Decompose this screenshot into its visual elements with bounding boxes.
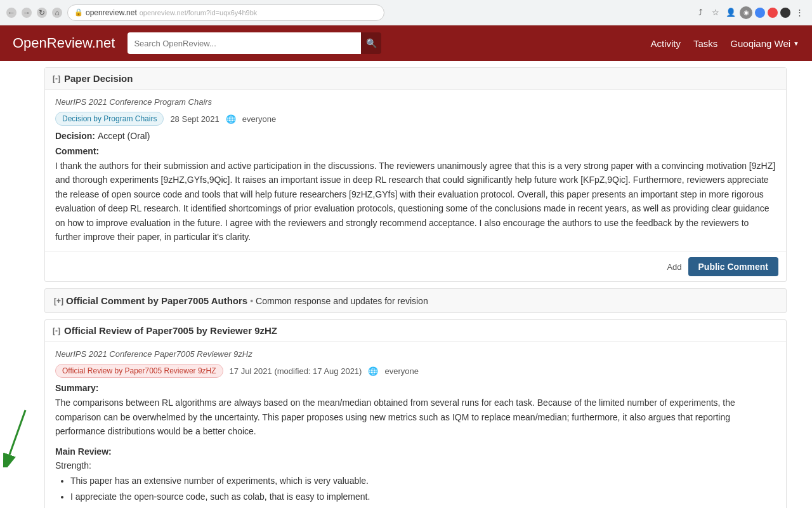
site-logo[interactable]: OpenReview.net <box>13 35 115 51</box>
main-review-label: Main Review: <box>55 446 776 457</box>
summary-label: Summary: <box>55 383 776 393</box>
home-button[interactable]: ⌂ <box>52 8 62 18</box>
decision-field-label: Decision: Accept (Oral) <box>55 131 776 141</box>
main-content-area: [-] Paper Decision NeurIPS 2021 Conferen… <box>38 61 799 508</box>
extension-icon1[interactable]: ◉ <box>740 6 752 19</box>
logo-suffix: .net <box>92 35 115 51</box>
review-badge[interactable]: Official Review by Paper7005 Reviewer 9z… <box>55 364 223 378</box>
official-comment-title: Official Comment by Paper7005 Authors <box>66 295 247 306</box>
paper-decision-header: [-] Paper Decision <box>45 68 786 90</box>
arrow-sidebar: » <box>0 61 38 508</box>
review-toggle[interactable]: [-] <box>53 326 60 335</box>
official-comment-section[interactable]: [+] Official Comment by Paper7005 Author… <box>44 288 787 313</box>
back-button[interactable]: ← <box>6 8 16 18</box>
action-bar: Add Public Comment <box>45 251 786 281</box>
user-dropdown-arrow: ▼ <box>793 40 799 47</box>
globe-icon-review: 🌐 <box>368 366 378 376</box>
url-text: openreview.net <box>86 8 137 17</box>
url-path: openreview.net/forum?id=uqx6y4h9bk <box>140 9 258 17</box>
browser-chrome: ← → ↻ ⌂ 🔒 openreview.net openreview.net/… <box>0 0 812 25</box>
extension-icon2[interactable] <box>755 8 765 18</box>
comment-text: I thank the authors for their submission… <box>55 159 776 244</box>
user-menu[interactable]: Guoqiang Wei ▼ <box>730 38 799 49</box>
official-comment-subtitle: Common response and updates for revision <box>256 296 428 306</box>
nav-links: Activity Tasks Guoqiang Wei ▼ <box>650 38 799 49</box>
summary-text: The comparisons between RL algorithms ar… <box>55 396 776 438</box>
paper-decision-author: NeurIPS 2021 Conference Program Chairs <box>55 97 776 107</box>
strength-item-1: This paper has an extensive number of ex… <box>70 474 776 488</box>
browser-toolbar-icons: ⤴ ☆ 👤 ◉ ⋮ <box>694 6 806 19</box>
tasks-link[interactable]: Tasks <box>693 38 717 49</box>
forward-button[interactable]: → <box>22 8 32 18</box>
globe-icon-decision: 🌐 <box>226 114 236 124</box>
review-header: [-] Official Review of Paper7005 by Revi… <box>45 320 786 342</box>
address-bar[interactable]: 🔒 openreview.net openreview.net/forum?id… <box>67 4 384 21</box>
share-icon[interactable]: ⤴ <box>694 6 707 19</box>
review-date: 17 Jul 2021 (modified: 17 Aug 2021) <box>230 366 362 376</box>
add-label: Add <box>667 262 681 272</box>
paper-decision-date: 28 Sept 2021 <box>170 114 219 124</box>
extension-icon3[interactable] <box>768 8 778 18</box>
green-arrow-icon <box>0 404 38 467</box>
decision-field-value: Accept (Oral) <box>98 131 150 141</box>
menu-icon[interactable]: ⋮ <box>793 6 806 19</box>
comment-field-label: Comment: <box>55 146 776 156</box>
lock-icon: 🔒 <box>74 8 83 17</box>
strength-item-3: The problem is well-motivated, it is imp… <box>70 506 776 508</box>
page-content: » [-] Paper Decision NeurIPS 2021 Confer… <box>0 61 812 508</box>
svg-line-1 <box>10 410 25 455</box>
review-audience: everyone <box>384 366 418 376</box>
paper-decision-toggle[interactable]: [-] <box>53 74 60 83</box>
official-comment-toggle[interactable]: [+] <box>54 297 63 305</box>
review-author: NeurIPS 2021 Conference Paper7005 Review… <box>55 349 776 359</box>
user-name: Guoqiang Wei <box>730 38 790 49</box>
reload-button[interactable]: ↻ <box>37 8 47 18</box>
paper-decision-title: Paper Decision <box>64 73 133 84</box>
search-button[interactable]: 🔍 <box>361 32 382 54</box>
strength-list: This paper has an extensive number of ex… <box>70 474 776 508</box>
activity-link[interactable]: Activity <box>650 38 681 49</box>
paper-decision-audience: everyone <box>242 114 276 124</box>
paper-decision-body: NeurIPS 2021 Conference Program Chairs D… <box>45 90 786 251</box>
strength-item-2: I appreciate the open-source code, such … <box>70 490 776 504</box>
search-input[interactable] <box>128 32 360 54</box>
review-body: NeurIPS 2021 Conference Paper7005 Review… <box>45 342 786 508</box>
bookmark-icon[interactable]: ☆ <box>709 6 722 19</box>
search-bar[interactable]: 🔍 <box>128 32 381 54</box>
decision-badge[interactable]: Decision by Program Chairs <box>55 112 164 126</box>
public-comment-button[interactable]: Public Comment <box>688 257 778 276</box>
strength-label: Strength: <box>55 460 776 471</box>
top-navigation: OpenReview.net 🔍 Activity Tasks Guoqiang… <box>0 25 812 61</box>
separator: • <box>250 296 253 306</box>
extension-icon4[interactable] <box>780 8 790 18</box>
paper-decision-meta: Decision by Program Chairs 28 Sept 2021 … <box>55 112 776 126</box>
profile-icon[interactable]: 👤 <box>724 6 737 19</box>
review-meta: Official Review by Paper7005 Reviewer 9z… <box>55 364 776 378</box>
logo-main: OpenReview <box>13 35 92 51</box>
official-review-section: [-] Official Review of Paper7005 by Revi… <box>44 319 787 508</box>
paper-decision-section: [-] Paper Decision NeurIPS 2021 Conferen… <box>44 67 787 282</box>
review-title: Official Review of Paper7005 by Reviewer… <box>64 325 277 336</box>
